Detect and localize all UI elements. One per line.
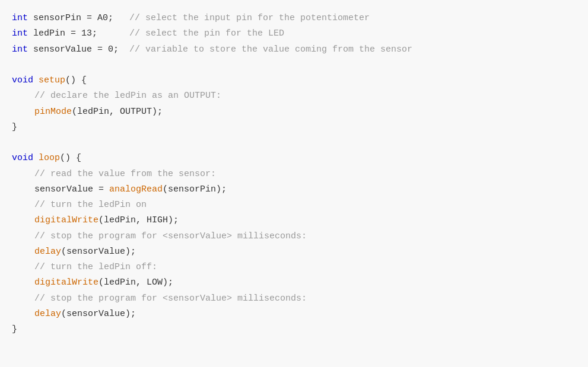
code-line: void loop() { [12, 151, 576, 166]
code-line: int sensorPin = A0; // select the input … [12, 11, 576, 26]
cm-token: // select the pin for the LED [129, 26, 284, 42]
fn-token: digitalWrite [34, 213, 98, 228]
plain-token: ledPin = 13; [28, 26, 129, 42]
code-line: void setup() { [12, 73, 576, 88]
fn-token: delay [34, 244, 61, 260]
fn-token: analogRead [109, 182, 163, 197]
indent [12, 88, 34, 104]
plain-token: (ledPin, HIGH); [98, 213, 179, 228]
code-line: int sensorValue = 0; // variable to stor… [12, 42, 576, 58]
fn-token: loop [39, 151, 60, 166]
code-line: digitalWrite(ledPin, HIGH); [12, 213, 576, 228]
code-line: pinMode(ledPin, OUTPUT); [12, 104, 576, 120]
code-line: } [12, 322, 576, 337]
cm-token: // stop the program for <sensorValue> mi… [34, 291, 307, 307]
fn-token: setup [39, 73, 65, 88]
blank-line [12, 135, 576, 151]
cm-token: // declare the ledPin as an OUTPUT: [34, 88, 221, 104]
plain-token: (sensorValue); [61, 307, 136, 322]
plain-token: () { [60, 151, 81, 166]
indent [12, 197, 34, 213]
plain-token: } [12, 322, 17, 337]
code-line: // declare the ledPin as an OUTPUT: [12, 88, 576, 104]
code-line: // turn the ledPin off: [12, 260, 576, 275]
cm-token: // stop the program for <sensorValue> mi… [34, 229, 307, 244]
cm-token: // turn the ledPin off: [34, 260, 157, 275]
plain-token: } [12, 120, 17, 135]
code-line: // turn the ledPin on [12, 197, 576, 213]
indent [12, 244, 34, 260]
plain-token: sensorPin = A0; [28, 11, 129, 26]
code-line: delay(sensorValue); [12, 244, 576, 260]
code-line: } [12, 120, 576, 135]
cm-token: // select the input pin for the potentio… [129, 11, 370, 26]
indent [12, 104, 34, 120]
code-editor: int sensorPin = A0; // select the input … [0, 0, 588, 367]
plain-token: () { [65, 73, 87, 88]
indent [12, 229, 34, 244]
kw-token: int [12, 42, 28, 58]
indent [12, 275, 34, 291]
indent [12, 167, 34, 182]
kw-token: int [12, 26, 28, 42]
fn-token: digitalWrite [34, 275, 98, 291]
plain-token [33, 73, 39, 88]
code-line: // read the value from the sensor: [12, 167, 576, 182]
code-line: delay(sensorValue); [12, 307, 576, 322]
kw-token: int [12, 11, 28, 26]
code-line: int ledPin = 13; // select the pin for t… [12, 26, 576, 42]
code-line: sensorValue = analogRead(sensorPin); [12, 182, 576, 197]
code-line: // stop the program for <sensorValue> mi… [12, 229, 576, 244]
indent [12, 260, 34, 275]
cm-token: // turn the ledPin on [34, 197, 147, 213]
blank-line [12, 58, 576, 73]
indent [12, 291, 34, 307]
indent [12, 307, 34, 322]
plain-token: (sensorPin); [163, 182, 227, 197]
kw-token: void [12, 151, 33, 166]
cm-token: // variable to store the value coming fr… [129, 42, 412, 58]
indent [12, 213, 34, 228]
cm-token: // read the value from the sensor: [34, 167, 216, 182]
plain-token: sensorValue = 0; [28, 42, 129, 58]
indent [12, 182, 34, 197]
code-line: // stop the program for <sensorValue> mi… [12, 291, 576, 307]
plain-token: (sensorValue); [61, 244, 136, 260]
fn-token: pinMode [34, 104, 72, 120]
plain-token: (ledPin, OUTPUT); [72, 104, 163, 120]
code-line: digitalWrite(ledPin, LOW); [12, 275, 576, 291]
plain-token: (ledPin, LOW); [98, 275, 173, 291]
plain-token [33, 151, 39, 166]
fn-token: delay [34, 307, 61, 322]
kw-token: void [12, 73, 33, 88]
plain-token: sensorValue = [34, 182, 109, 197]
